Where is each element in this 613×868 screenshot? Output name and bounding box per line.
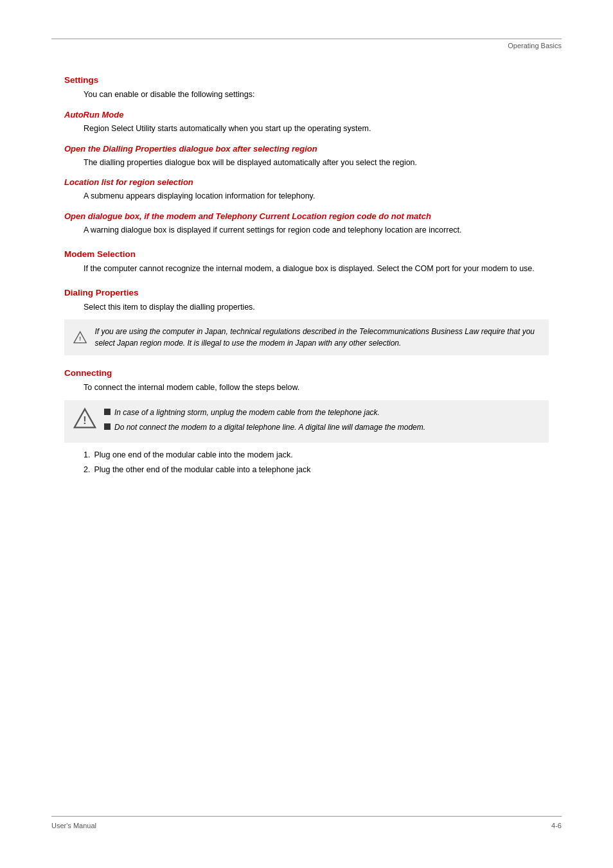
modem-selection-body: If the computer cannot recognize the int… <box>84 263 549 275</box>
step-1: 1. Plug one end of the modular cable int… <box>84 449 549 461</box>
modem-selection-heading: Modem Selection <box>64 249 549 259</box>
autorun-body: Region Select Utility starts automatical… <box>84 123 549 135</box>
connecting-steps: 1. Plug one end of the modular cable int… <box>84 449 549 476</box>
step-1-text: Plug one end of the modular cable into t… <box>94 449 292 461</box>
settings-section: Settings You can enable or disable the f… <box>64 75 549 236</box>
location-list-heading: Location list for region selection <box>64 177 549 187</box>
settings-intro: You can enable or disable the following … <box>84 89 549 101</box>
bullet-square-icon-2 <box>104 423 111 430</box>
svg-text:!: ! <box>79 335 81 342</box>
step-2-number: 2. <box>84 464 90 476</box>
connecting-warning-box: ! In case of a lightning storm, unplug t… <box>64 400 549 443</box>
connecting-warning-bullets: In case of a lightning storm, unplug the… <box>104 407 425 436</box>
warning-bullet-2: Do not connect the modem to a digital te… <box>104 421 425 434</box>
open-dialogue-heading: Open dialogue box, if the modem and Tele… <box>64 211 549 221</box>
dialing-properties-body: Select this item to display the dialling… <box>84 301 549 314</box>
dialing-warning-box: ! If you are using the computer in Japan… <box>64 319 549 355</box>
dialing-properties-section: Dialing Properties Select this item to d… <box>64 288 549 356</box>
dialling-properties-subsection: Open the Dialling Properties dialogue bo… <box>64 144 549 169</box>
connecting-intro: To connect the internal modem cable, fol… <box>84 382 549 394</box>
warning-icon: ! <box>73 326 87 349</box>
autorun-subsection: AutoRun Mode Region Select Utility start… <box>64 110 549 135</box>
page-header: Operating Basics <box>51 42 562 49</box>
step-2: 2. Plug the other end of the modular cab… <box>84 464 549 476</box>
connecting-heading: Connecting <box>64 368 549 378</box>
footer-right: 4-6 <box>551 822 562 829</box>
svg-text:!: ! <box>83 414 86 426</box>
header-text: Operating Basics <box>508 42 562 49</box>
page-footer: User's Manual 4-6 <box>51 816 562 829</box>
connecting-warning-icon: ! <box>73 407 96 430</box>
dialling-properties-heading: Open the Dialling Properties dialogue bo… <box>64 144 549 154</box>
location-list-body: A submenu appears displaying location in… <box>84 190 549 202</box>
bullet-square-icon <box>104 409 111 415</box>
warning-bullet-2-text: Do not connect the modem to a digital te… <box>114 421 425 434</box>
modem-selection-section: Modem Selection If the computer cannot r… <box>64 249 549 275</box>
warning-bullet-1: In case of a lightning storm, unplug the… <box>104 407 425 419</box>
dialing-warning-text: If you are using the computer in Japan, … <box>94 326 540 349</box>
open-dialogue-subsection: Open dialogue box, if the modem and Tele… <box>64 211 549 236</box>
page: Operating Basics Settings You can enable… <box>0 0 613 868</box>
settings-heading: Settings <box>64 75 549 85</box>
autorun-heading: AutoRun Mode <box>64 110 549 120</box>
open-dialogue-body: A warning dialogue box is displayed if c… <box>84 224 549 236</box>
top-rule <box>51 39 562 39</box>
main-content: Settings You can enable or disable the f… <box>51 62 562 816</box>
location-list-subsection: Location list for region selection A sub… <box>64 177 549 202</box>
dialing-properties-heading: Dialing Properties <box>64 288 549 297</box>
dialling-properties-body: The dialling properties dialogue box wil… <box>84 157 549 169</box>
connecting-section: Connecting To connect the internal modem… <box>64 368 549 476</box>
step-2-text: Plug the other end of the modular cable … <box>94 464 310 476</box>
step-1-number: 1. <box>84 449 90 461</box>
footer-left: User's Manual <box>51 822 96 829</box>
warning-bullet-1-text: In case of a lightning storm, unplug the… <box>114 407 380 419</box>
